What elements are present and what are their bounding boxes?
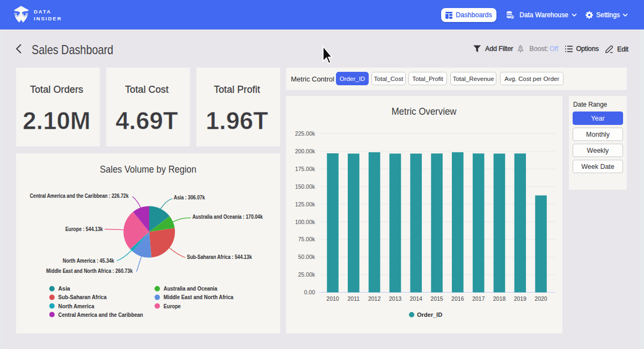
svg-text:Central America and the Caribb: Central America and the Caribbean [58,311,143,318]
svg-text:Middle East and North Africa :: Middle East and North Africa : 260.73k [46,268,133,274]
svg-text:Asia : 306.07k: Asia : 306.07k [174,194,206,201]
svg-text:225.00k: 225.00k [295,130,316,137]
svg-text:Europe : 544.13k: Europe : 544.13k [65,226,104,232]
svg-text:200.00k: 200.00k [295,148,316,154]
svg-text:Asia: Asia [58,285,71,292]
svg-text:North America: North America [58,303,95,309]
svg-text:150.00k: 150.00k [295,183,316,190]
svg-text:2019: 2019 [514,295,527,302]
svg-text:Australia and Oceania : 170.04: Australia and Oceania : 170.04k [193,213,264,220]
svg-text:Sales Volume by Region: Sales Volume by Region [100,164,196,175]
svg-text:2017: 2017 [472,295,485,302]
svg-text:75.00k: 75.00k [298,236,315,242]
svg-text:175.00k: 175.00k [295,166,316,172]
svg-text:2015: 2015 [430,295,443,302]
svg-text:Australia and Oceania: Australia and Oceania [164,285,218,292]
svg-text:Europe: Europe [164,303,181,309]
svg-text:Metric Overview: Metric Overview [392,106,457,117]
svg-text:0.00: 0.00 [304,289,316,295]
svg-text:2013: 2013 [389,295,402,302]
svg-text:2012: 2012 [368,295,381,302]
svg-text:Central America and the Caribb: Central America and the Caribbean : 226.… [30,192,129,199]
svg-text:2016: 2016 [451,295,464,302]
svg-text:Order_ID: Order_ID [417,311,442,318]
svg-text:2020: 2020 [535,295,547,302]
svg-text:2011: 2011 [348,295,360,302]
svg-text:125.00k: 125.00k [295,201,316,207]
svg-text:Sub-Saharan Africa : 544.13k: Sub-Saharan Africa : 544.13k [187,254,252,260]
svg-text:100.00k: 100.00k [295,219,316,225]
svg-text:2010: 2010 [326,295,339,302]
svg-text:Middle East and North Africa: Middle East and North Africa [164,294,234,300]
svg-text:Sub-Saharan Africa: Sub-Saharan Africa [58,294,107,300]
svg-text:25.00k: 25.00k [298,271,315,278]
svg-text:2018: 2018 [493,295,506,302]
svg-text:50.00k: 50.00k [298,254,315,260]
svg-text:2014: 2014 [410,295,423,302]
svg-text:North America : 45.34k: North America : 45.34k [63,257,115,264]
